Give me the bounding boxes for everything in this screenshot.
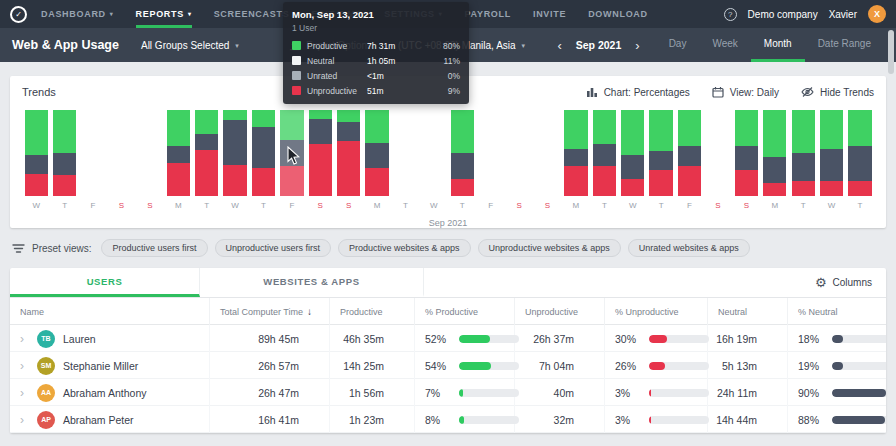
prev-period-button[interactable]: ‹ — [557, 39, 561, 52]
unproductive-time-cell: 40m — [515, 379, 605, 406]
chart-bar-segment-unproductive — [820, 181, 843, 196]
chart-bar[interactable] — [280, 110, 303, 196]
col-header-productive[interactable]: Productive — [330, 298, 415, 325]
chart-bar[interactable] — [167, 110, 190, 196]
chart-day-label: F — [278, 201, 306, 210]
preset-productive-users[interactable]: Productive users first — [101, 239, 207, 257]
chart-bar[interactable] — [820, 110, 843, 196]
tooltip-row-unrated: Unrated <1m 0% — [292, 68, 460, 83]
range-tab-month[interactable]: Month — [751, 28, 805, 62]
table-row[interactable]: › AA Abraham Anthony 26h 47m 1h 56m 7% 4… — [10, 379, 886, 406]
tab-users[interactable]: USERS — [10, 268, 200, 297]
chart-bar[interactable] — [25, 110, 48, 196]
view-mode-toggle[interactable]: View: Daily — [712, 86, 779, 98]
range-tab-date-range[interactable]: Date Range — [805, 28, 884, 62]
chart-day-slot — [50, 110, 78, 196]
usage-table-card: USERS WEBSITES & APPS ⚙ Columns Name Tot… — [10, 268, 886, 433]
chart-bar[interactable] — [195, 110, 218, 196]
preset-productive-websites[interactable]: Productive websites & apps — [338, 239, 471, 257]
tab-websites-apps[interactable]: WEBSITES & APPS — [200, 268, 424, 297]
col-header-pct-productive[interactable]: % Productive — [415, 298, 515, 325]
hide-trends-toggle[interactable]: Hide Trends — [801, 86, 874, 98]
chart-bar[interactable] — [223, 110, 246, 196]
pct-productive-value: 8% — [425, 414, 451, 426]
chart-day-label: W — [22, 201, 50, 210]
chart-bar[interactable] — [649, 110, 672, 196]
range-tab-week[interactable]: Week — [699, 28, 750, 62]
help-icon[interactable]: ? — [724, 8, 737, 21]
nav-invite[interactable]: INVITE — [533, 0, 566, 28]
row-expander-icon[interactable]: › — [20, 387, 29, 399]
chart-bar[interactable] — [848, 110, 871, 196]
table-row[interactable]: › AP Abraham Peter 16h 41m 1h 23m 8% 32m… — [10, 406, 886, 433]
pct-unproductive-value: 3% — [615, 414, 641, 426]
col-header-name[interactable]: Name — [10, 298, 210, 325]
pct-neutral-value: 90% — [798, 387, 824, 399]
chart-bar[interactable] — [53, 110, 76, 196]
chart-bar-segment-unproductive — [223, 165, 246, 196]
chart-day-slot — [107, 110, 135, 196]
chart-type-toggle[interactable]: Chart: Percentages — [586, 86, 690, 98]
neutral-time-cell: 14h 44m — [708, 406, 788, 433]
preset-unrated-websites[interactable]: Unrated websites & apps — [628, 239, 750, 257]
chart-day-label: M — [363, 201, 391, 210]
row-expander-icon[interactable]: › — [20, 414, 29, 426]
chart-bar[interactable] — [763, 110, 786, 196]
user-avatar[interactable]: X — [868, 5, 886, 23]
chart-bar[interactable] — [309, 110, 332, 196]
next-period-button[interactable]: › — [635, 39, 639, 52]
nav-screencasts[interactable]: SCREENCASTS — [214, 0, 290, 28]
col-header-neutral[interactable]: Neutral — [708, 298, 788, 325]
row-user-name: Abraham Anthony — [63, 387, 146, 399]
table-row[interactable]: › SM Stephanie Miller 26h 57m 14h 25m 54… — [10, 352, 886, 379]
chart-bar[interactable] — [593, 110, 616, 196]
row-expander-icon[interactable]: › — [20, 333, 29, 345]
chart-bar[interactable] — [451, 110, 474, 196]
chart-bar-segment-neutral — [820, 149, 843, 182]
chart-day-slot — [221, 110, 249, 196]
pct-unproductive-value: 26% — [615, 360, 641, 372]
total-computer-time-cell: 16h 41m — [210, 406, 330, 433]
chart-day-slot — [334, 110, 362, 196]
chart-bar[interactable] — [337, 110, 360, 196]
chart-bar[interactable] — [621, 110, 644, 196]
scrollbar-thumb[interactable] — [888, 30, 894, 74]
columns-button[interactable]: ⚙ Columns — [815, 268, 872, 297]
pct-productive-cell: 8% — [415, 406, 515, 433]
nav-download[interactable]: DOWNLOAD — [588, 0, 648, 28]
groups-dropdown[interactable]: All Groups Selected ▾ — [141, 40, 239, 51]
chart-bar[interactable] — [365, 110, 388, 196]
chart-bar-segment-unproductive — [735, 170, 758, 196]
current-user-name[interactable]: Xavier — [829, 9, 857, 20]
col-header-unproductive[interactable]: Unproductive — [515, 298, 605, 325]
row-expander-icon[interactable]: › — [20, 360, 29, 372]
chart-bar-segment-productive — [167, 110, 190, 146]
col-header-total-computer-time[interactable]: Total Computer Time↓ — [210, 298, 330, 325]
pct-unproductive-cell: 26% — [605, 352, 708, 379]
chart-bar[interactable] — [252, 110, 275, 196]
chart-bar[interactable] — [735, 110, 758, 196]
preset-unproductive-websites[interactable]: Unproductive websites & apps — [478, 239, 621, 257]
pct-unproductive-value: 30% — [615, 333, 641, 345]
nav-dashboard[interactable]: DASHBOARD▾ — [41, 0, 114, 28]
preset-unproductive-users[interactable]: Unproductive users first — [215, 239, 332, 257]
app-logo[interactable]: ✓ — [10, 6, 27, 23]
chart-bar[interactable] — [678, 110, 701, 196]
chart-day-label: T — [50, 201, 78, 210]
chart-bar[interactable] — [792, 110, 815, 196]
chart-bar-segment-neutral — [167, 146, 190, 163]
range-tab-day[interactable]: Day — [656, 28, 700, 62]
nav-payroll[interactable]: PAYROLL — [465, 0, 511, 28]
table-tabs: USERS WEBSITES & APPS ⚙ Columns — [10, 268, 886, 298]
chart-bar[interactable] — [564, 110, 587, 196]
chart-bar-segment-unproductive — [337, 141, 360, 196]
range-tabs: Day Week Month Date Range — [656, 28, 884, 62]
unproductive-time-cell: 32m — [515, 406, 605, 433]
chart-bar-segment-neutral — [337, 122, 360, 141]
chart-bar-segment-unproductive — [848, 181, 871, 196]
table-row[interactable]: › TB Lauren 89h 45m 46h 35m 52% 26h 37m … — [10, 325, 886, 352]
chart-day-label: T — [590, 201, 618, 210]
col-header-pct-neutral[interactable]: % Neutral — [788, 298, 886, 325]
nav-reports[interactable]: REPORTS▾ — [136, 0, 192, 28]
col-header-pct-unproductive[interactable]: % Unproductive — [605, 298, 708, 325]
